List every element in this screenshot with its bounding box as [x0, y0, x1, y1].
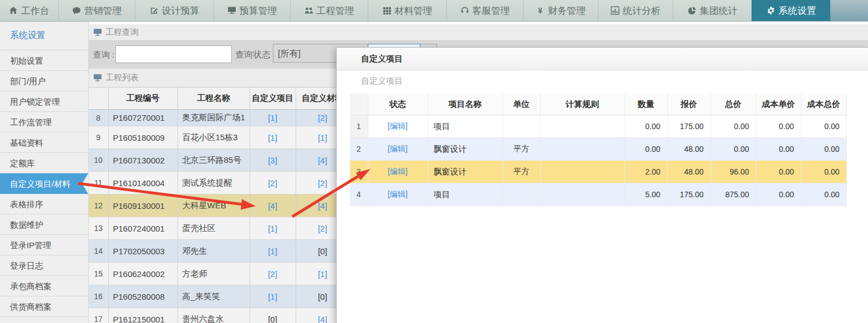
cost-unit-price-cell: 0.00	[756, 183, 801, 206]
sidebar-item-用户锁定管理[interactable]: 用户锁定管理	[0, 91, 88, 112]
row-number: 9	[89, 126, 108, 149]
row-number: 4	[350, 183, 368, 206]
nav-tab-label: 预算管理	[240, 4, 277, 17]
svg-text:¥: ¥	[538, 6, 542, 15]
quote-price-cell: 175.00	[667, 115, 710, 138]
row-number: 10	[89, 149, 108, 172]
nav-tab-客服管理[interactable]: 客服管理	[446, 0, 523, 21]
custom-item-row[interactable]: 1[编辑]项目0.00175.000.000.000.00	[350, 115, 846, 138]
sidebar-item-承包商档案[interactable]: 承包商档案	[0, 276, 88, 296]
project-name: 邓先生	[177, 240, 250, 263]
chart-pie-icon	[688, 6, 697, 15]
cost-total-cell: 0.00	[801, 183, 846, 206]
sidebar-item-表格排序[interactable]: 表格排序	[0, 194, 88, 214]
nav-tab-label: 财务管理	[548, 4, 586, 17]
quote-price-cell: 48.00	[667, 161, 710, 183]
custom-materials-count-link[interactable]: [4]	[318, 201, 327, 211]
project-code: P1606240002	[108, 263, 177, 285]
project-row[interactable]: 9P1605180009百花小区15栋3[1][1]	[89, 126, 349, 149]
edit-link[interactable]: [编辑]	[388, 167, 408, 176]
sidebar-item-供货商档案[interactable]: 供货商档案	[0, 296, 88, 317]
custom-materials-count-link[interactable]: [2]	[318, 224, 327, 233]
custom-items-count-link[interactable]: [4]	[268, 201, 277, 211]
cost-total-cell: 0.00	[801, 138, 846, 161]
custom-item-row[interactable]: 3[编辑]飘窗设计平方2.0048.0096.000.000.00	[350, 161, 846, 183]
custom-materials-count-link[interactable]: [4]	[318, 315, 327, 323]
dialog-section-label: 自定义项目	[337, 70, 868, 89]
sidebar-item-基础资料[interactable]: 基础资料	[0, 132, 88, 153]
custom-materials-count-link: [0]	[318, 292, 327, 301]
custom-materials-count-link[interactable]: [1]	[318, 269, 327, 279]
project-name: 蛋壳社区	[177, 217, 250, 240]
sidebar-item-初始设置[interactable]: 初始设置	[0, 50, 88, 71]
item-name: 项目	[428, 115, 502, 138]
custom-items-count-link[interactable]: [1]	[268, 292, 277, 301]
project-row[interactable]: 14P1702050003邓先生[1][0]	[89, 240, 349, 263]
project-name: 北京三环路85号	[177, 149, 250, 172]
nav-tab-财务管理[interactable]: ¥财务管理	[523, 0, 598, 21]
nav-tab-集团统计[interactable]: 集团统计	[673, 0, 752, 21]
project-table-body: 8P1607270001奥克斯国际广场1[1][2]9P1605180009百花…	[89, 110, 349, 323]
count-cell: [1]	[250, 285, 296, 308]
custom-materials-count-link[interactable]: [2]	[318, 178, 327, 188]
nav-tab-系统设置[interactable]: 系统设置	[752, 0, 830, 21]
column-header: 计算规则	[540, 94, 625, 115]
column-header: 自定义项目	[250, 88, 296, 110]
custom-items-count-link[interactable]: [3]	[268, 156, 277, 165]
custom-materials-count-link[interactable]: [1]	[318, 133, 327, 142]
project-row[interactable]: 12P1609130001大科星WEB[4][4]	[89, 194, 349, 217]
sidebar-item-登录日志[interactable]: 登录日志	[0, 255, 88, 276]
sidebar-item-数据维护[interactable]: 数据维护	[0, 214, 88, 235]
sidebar-item-自定义项目/材料[interactable]: 自定义项目/材料	[0, 173, 88, 194]
nav-tab-营销管理[interactable]: 营销管理	[58, 0, 135, 21]
custom-items-count-link[interactable]: [1]	[268, 224, 277, 233]
project-row[interactable]: 11P1610140004测试系统提醒[2][2]	[89, 172, 349, 194]
nav-tab-label: 客服管理	[473, 4, 510, 17]
edit-link[interactable]: [编辑]	[388, 121, 408, 130]
query-label: 查询 :	[93, 41, 114, 69]
cost-total-cell: 0.00	[801, 161, 846, 183]
search-input[interactable]	[115, 45, 232, 63]
nav-tab-设计预算[interactable]: 设计预算	[135, 0, 214, 21]
custom-materials-count-link[interactable]: [2]	[318, 113, 327, 122]
project-row[interactable]: 10P1607130002北京三环路85号[3][4]	[89, 149, 349, 172]
query-status-label: 查询状态	[235, 41, 271, 69]
status-cell: [编辑]	[368, 161, 428, 183]
sidebar-item-部门/用户[interactable]: 部门/用户	[0, 71, 88, 91]
edit-link[interactable]: [编辑]	[388, 144, 408, 153]
users-icon	[304, 6, 313, 15]
nav-tab-label: 设计预算	[162, 4, 200, 17]
project-row[interactable]: 15P1606240002方老师[2][1]	[89, 263, 349, 285]
column-header: 工程编号	[108, 88, 177, 110]
custom-items-count-link[interactable]: [2]	[268, 178, 277, 188]
status-cell: [编辑]	[368, 115, 428, 138]
monitor-icon	[227, 6, 236, 15]
unit-cell: 平方	[502, 138, 540, 161]
count-cell: [4]	[250, 194, 296, 217]
project-row[interactable]: 16P1605280008高_来笑笑[1][0]	[89, 285, 349, 308]
sidebar-item-登录IP管理[interactable]: 登录IP管理	[0, 235, 88, 255]
nav-tab-工作台[interactable]: 工作台	[0, 0, 58, 21]
custom-item-row[interactable]: 2[编辑]飘窗设计平方0.0048.000.000.000.00	[350, 138, 846, 161]
project-row[interactable]: 8P1607270001奥克斯国际广场1[1][2]	[89, 110, 349, 126]
custom-item-row[interactable]: 4[编辑]项目5.00175.00875.000.000.00	[350, 183, 846, 206]
custom-items-count-link[interactable]: [1]	[268, 133, 277, 142]
custom-materials-count-link[interactable]: [4]	[318, 156, 327, 165]
custom-items-count-link[interactable]: [1]	[268, 247, 277, 256]
custom-items-count-link[interactable]: [1]	[268, 113, 277, 122]
nav-tab-统计分析[interactable]: 统计分析	[598, 0, 673, 21]
row-number: 14	[89, 240, 108, 263]
nav-tab-工程管理[interactable]: 工程管理	[290, 0, 368, 21]
project-row[interactable]: 13P1607240001蛋壳社区[1][2]	[89, 217, 349, 240]
unit-cell	[502, 115, 540, 138]
cost-unit-price-cell: 0.00	[756, 115, 801, 138]
nav-tab-预算管理[interactable]: 预算管理	[214, 0, 290, 21]
total-price-cell: 96.00	[710, 161, 756, 183]
sidebar-item-工作流管理[interactable]: 工作流管理	[0, 112, 88, 132]
cost-total-cell: 0.00	[801, 115, 846, 138]
edit-link[interactable]: [编辑]	[388, 189, 408, 198]
custom-items-count-link[interactable]: [2]	[268, 269, 277, 279]
nav-tab-材料管理[interactable]: 材料管理	[368, 0, 446, 21]
project-row[interactable]: 17P1612150001贵州六盘水[0][4]	[89, 308, 349, 323]
sidebar-item-定额库[interactable]: 定额库	[0, 153, 88, 173]
